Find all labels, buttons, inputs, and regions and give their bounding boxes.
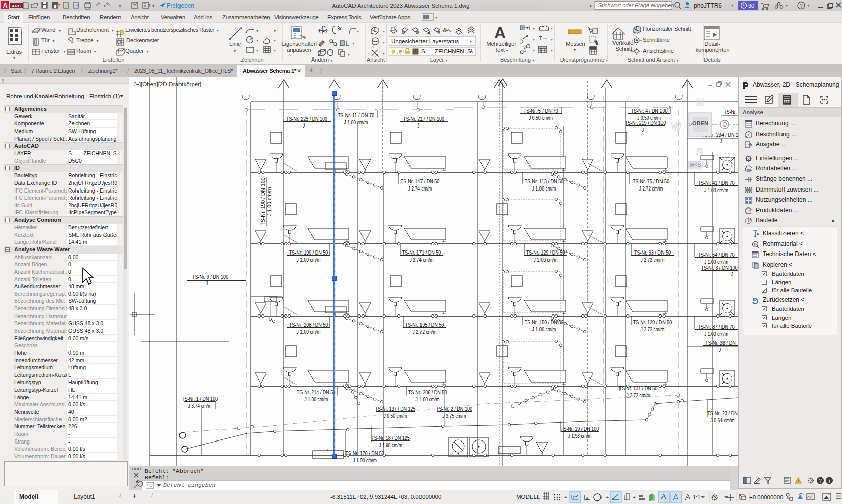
svg-text:J 1.00 cm/m: J 1.00 cm/m [305,396,328,402]
svg-text:▾: ▾ [352,41,354,46]
svg-text:▾: ▾ [551,26,553,31]
svg-text:TS-Nr. 120 / DN 50: TS-Nr. 120 / DN 50 [633,319,672,325]
svg-text:▾: ▾ [551,48,553,53]
svg-text:J 1.00 cm/m: J 1.00 cm/m [353,457,377,463]
svg-text:J: J [731,271,733,277]
svg-text:▾: ▾ [533,26,535,31]
svg-text:₀₉₄: ₀₉₄ [543,36,547,39]
svg-text:S: S [696,146,703,157]
svg-text:TS-Nr. 93 / DN 50: TS-Nr. 93 / DN 50 [634,249,671,256]
svg-text:TS-Nr. 75 / DN 50: TS-Nr. 75 / DN 50 [633,178,669,184]
svg-text:▾: ▾ [274,29,276,33]
svg-text:J 1.00 cm/m: J 1.00 cm/m [297,329,321,335]
svg-text:TS-Nr. 190 / DN 100: TS-Nr. 190 / DN 100 [260,177,266,225]
svg-text:▾: ▾ [256,38,258,43]
svg-text:▾: ▾ [357,29,359,34]
svg-text:J 1.00 cm/m: J 1.00 cm/m [534,257,558,263]
svg-text:J 1.00 cm/m: J 1.00 cm/m [704,187,728,193]
svg-text:OBEN: OBEN [692,120,708,127]
svg-text:?: ? [819,478,822,484]
svg-text:J: J [720,138,722,144]
svg-text:TS-Nr. 1 / DN 100: TS-Nr. 1 / DN 100 [182,396,218,402]
svg-text:▾: ▾ [551,37,553,42]
svg-text:1:1: 1:1 [693,494,700,500]
svg-text:▾: ▾ [256,29,258,33]
svg-text:TS-Nr. 38 / DN: TS-Nr. 38 / DN [705,340,736,346]
svg-text:J 1.00 cm/m: J 1.00 cm/m [297,257,321,263]
svg-text:▾: ▾ [256,48,258,53]
svg-text:▾: ▾ [383,51,385,56]
svg-text:30: 30 [748,3,754,9]
svg-text:[−][Oben][2D-Drahtkörper]: [−][Oben][2D-Drahtkörper] [134,81,201,87]
svg-text:TS-Nr. 137 / DN 125: TS-Nr. 137 / DN 125 [375,406,416,412]
svg-text:TS-Nr. 4 / DN 100: TS-Nr. 4 / DN 100 [631,108,667,114]
svg-text:TS-Nr. 23 / DN: TS-Nr. 23 / DN [707,410,738,416]
svg-text:▾: ▾ [383,40,385,45]
svg-text:TS-Nr. 171 / DN 50: TS-Nr. 171 / DN 50 [402,249,441,256]
svg-text:TS-Nr. 214 / DN 50: TS-Nr. 214 / DN 50 [297,389,336,395]
svg-text:TS-Nr. 9 / DN 100: TS-Nr. 9 / DN 100 [192,274,228,280]
svg-text:J 2.72 cm/m: J 2.72 cm/m [641,257,665,263]
svg-text:▾: ▾ [383,29,385,34]
svg-text:▾: ▾ [807,3,809,8]
svg-text:J: J [417,122,419,129]
svg-text:J 1.00 cm/m: J 1.00 cm/m [266,187,272,216]
svg-text:TS-Nr. 54 / DN 70: TS-Nr. 54 / DN 70 [698,251,734,258]
svg-text:◁: ◁ [704,163,707,168]
svg-text:J 3.75 cm/m: J 3.75 cm/m [443,413,466,419]
svg-text:TS-Nr. 147 / DN 50: TS-Nr. 147 / DN 50 [401,178,440,184]
svg-text:▾: ▾ [348,52,350,57]
svg-text:i: i [748,132,749,137]
svg-text:J 1.00 cm/m: J 1.00 cm/m [532,185,556,192]
svg-text:J 0.50 cm/m: J 0.50 cm/m [384,413,407,419]
svg-text:N: N [696,96,704,108]
svg-text:J 3.74 cm/m: J 3.74 cm/m [188,403,212,409]
svg-text:TS-Nr. 19 / DN 100: TS-Nr. 19 / DN 100 [561,426,599,432]
svg-text:TS-Nr. 225 / DN 100: TS-Nr. 225 / DN 100 [286,116,327,122]
svg-text:J: J [642,127,644,133]
svg-text:J 1.98 cm/m: J 1.98 cm/m [379,442,402,448]
svg-text:TS-Nr. 131 / DN 50: TS-Nr. 131 / DN 50 [619,385,658,391]
svg-text:J 1.98 cm/m: J 1.98 cm/m [568,433,592,439]
svg-text:W: W [671,120,681,132]
svg-text:TS-Nr. 113 / DN 50: TS-Nr. 113 / DN 50 [525,178,564,184]
svg-text:TS-Nr. 11 / DN 70: TS-Nr. 11 / DN 70 [338,112,374,118]
svg-text:▾: ▾ [104,4,106,8]
svg-text:TS-Nr. 176 / DN 50: TS-Nr. 176 / DN 50 [345,450,384,456]
svg-text:TS-Nr. 18 / DN 125: TS-Nr. 18 / DN 125 [371,435,410,441]
svg-text:Stichwort oder Frage eingeben: Stichwort oder Frage eingeben [598,2,674,8]
svg-text:J 2.74 cm/m: J 2.74 cm/m [410,257,434,263]
svg-text:TS-Nr. 87 / DN 70: TS-Nr. 87 / DN 70 [698,324,734,330]
svg-text:TS-Nr. 129 / DN 50: TS-Nr. 129 / DN 50 [526,249,565,256]
svg-text:▾: ▾ [533,48,535,53]
svg-text:WKS: WKS [690,162,701,168]
svg-text:J 0.64 cm/m: J 0.64 cm/m [711,417,735,423]
svg-text:▾: ▾ [274,48,276,53]
svg-text:i: i [829,478,830,484]
svg-text:?: ? [800,3,803,9]
svg-text:TS-Nr. 2 / DN 100: TS-Nr. 2 / DN 100 [436,406,472,412]
svg-text:TS-Nr. 41 / DN 70: TS-Nr. 41 / DN 70 [698,180,734,186]
svg-text:J 1.00 cm/m: J 1.00 cm/m [532,326,556,332]
svg-text:Ungesicherter Layerstatus: Ungesicherter Layerstatus [391,38,459,44]
svg-text:J 1.00 cm/m: J 1.00 cm/m [344,119,368,125]
svg-text:+0.00000000: +0.00000000 [749,494,783,500]
svg-text:AutoCAD Architecture 2023 A: AutoCAD Architecture 2023 Abwasser Schem… [332,3,470,9]
svg-text:Freigeben: Freigeben [167,2,194,9]
svg-text:J 2.72 cm/m: J 2.72 cm/m [413,329,437,335]
svg-text:▾: ▾ [274,38,276,43]
svg-text:TS-Nr. 208 / DN 50: TS-Nr. 208 / DN 50 [289,322,328,328]
svg-text:TS-Nr. 199 / DN 50: TS-Nr. 199 / DN 50 [289,249,328,256]
svg-text:J: J [719,347,721,353]
svg-text:J 1.00 cm/m: J 1.00 cm/m [704,331,728,337]
svg-text:TS-Nr.: TS-Nr. [724,109,737,115]
svg-text:ARC: ARC [12,4,21,8]
svg-text:TS-Nr. 217 / DN 100: TS-Nr. 217 / DN 100 [403,116,444,122]
svg-text:J 0.50 cm/m: J 0.50 cm/m [529,115,553,121]
svg-text:J 2.72 cm/m: J 2.72 cm/m [641,326,665,332]
svg-text:TS-Nr. 150 / DN 50: TS-Nr. 150 / DN 50 [525,319,564,325]
svg-text:J 1.00 cm/m: J 1.00 cm/m [704,259,728,265]
svg-text:▾: ▾ [533,37,535,42]
svg-text:J 1.00 cm/m: J 1.00 cm/m [416,396,440,402]
svg-text:A: A [3,2,8,9]
